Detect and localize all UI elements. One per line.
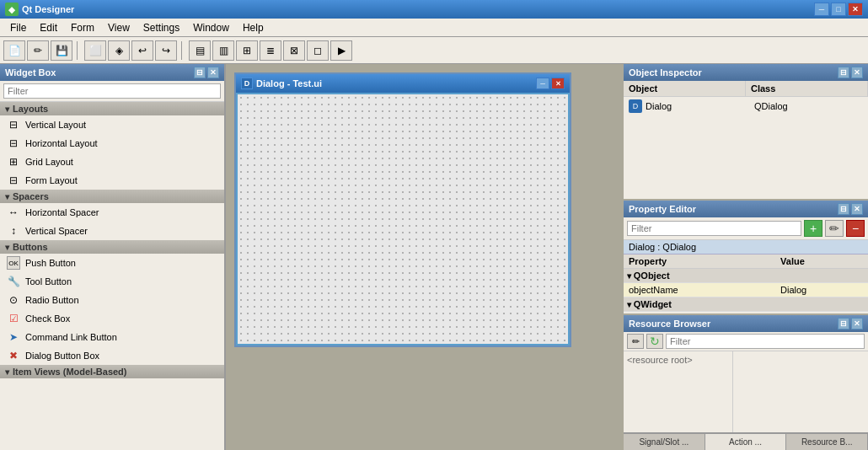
main-area: Widget Box ⊟ ✕ Layouts ⊟ Vertical Layout…	[0, 64, 868, 450]
menu-help[interactable]: Help	[236, 20, 271, 35]
property-section-qobject[interactable]: QObject	[624, 269, 868, 283]
widget-box-title: Widget Box	[5, 67, 56, 78]
menu-form[interactable]: Form	[64, 20, 101, 35]
resource-browser-float[interactable]: ⊟	[838, 318, 849, 329]
property-filter-input[interactable]	[627, 221, 801, 236]
object-inspector-title: Object Inspector	[629, 67, 702, 78]
property-table: Property Value QObject objectName Dialog…	[624, 254, 868, 312]
widget-box-float[interactable]: ⊟	[194, 67, 206, 78]
toolbar-edit[interactable]: ✏	[27, 40, 49, 61]
property-name-objectname: objectName	[624, 283, 775, 297]
tab-signal-slot[interactable]: Signal/Slot ...	[624, 434, 705, 450]
widget-form-layout[interactable]: ⊟ Form Layout	[0, 171, 224, 190]
widget-radio-button[interactable]: ⊙ Radio Button	[0, 291, 224, 309]
menu-view[interactable]: View	[101, 20, 137, 35]
property-row-objectname[interactable]: objectName Dialog	[624, 283, 868, 297]
object-inspector-controls: ⊟ ✕	[838, 67, 863, 78]
resource-filter-input[interactable]	[666, 334, 865, 349]
toolbar-layout-grid[interactable]: ⊞	[236, 40, 258, 61]
widget-box-controls: ⊟ ✕	[194, 67, 219, 78]
form-layout-icon: ⊟	[7, 174, 20, 187]
toolbar-sep-2	[181, 41, 185, 60]
resource-browser-close[interactable]: ✕	[851, 318, 863, 329]
widget-list: Layouts ⊟ Vertical Layout ⊟ Horizontal L…	[0, 102, 224, 450]
property-editor-title: Property Editor	[629, 204, 696, 214]
property-add-button[interactable]: +	[804, 220, 822, 237]
maximize-button[interactable]: □	[831, 3, 846, 16]
menu-edit[interactable]: Edit	[33, 20, 64, 35]
tab-action[interactable]: Action ...	[705, 434, 787, 450]
property-pencil-button[interactable]: ✏	[825, 220, 844, 237]
section-layouts[interactable]: Layouts	[0, 102, 224, 115]
toolbar-layout-v[interactable]: ▥	[212, 40, 234, 61]
property-editor-header: Property Editor ⊟ ✕	[624, 201, 868, 217]
dialog-canvas[interactable]	[236, 93, 570, 346]
dialog-button-box-icon: ✖	[7, 349, 20, 362]
property-editor-float[interactable]: ⊟	[838, 203, 849, 215]
resource-root-item[interactable]: <resource root>	[627, 355, 693, 365]
widget-horizontal-layout[interactable]: ⊟ Horizontal Layout	[0, 134, 224, 153]
toolbar-widget-editor[interactable]: ⬜	[84, 40, 106, 61]
col-class: Class	[746, 81, 868, 96]
close-button[interactable]: ✕	[848, 3, 863, 16]
widget-box-close[interactable]: ✕	[207, 67, 219, 78]
widget-box-filter-input[interactable]	[3, 83, 221, 99]
menu-window[interactable]: Window	[186, 20, 236, 35]
toolbar-undo[interactable]: ↩	[131, 40, 153, 61]
dialog-title-bar: D Dialog - Test.ui ─ ✕	[236, 74, 570, 93]
app-icon: ◆	[5, 3, 19, 16]
widget-grid-layout[interactable]: ⊞ Grid Layout	[0, 153, 224, 171]
toolbar-new[interactable]: 📄	[3, 40, 25, 61]
object-inspector-float[interactable]: ⊟	[838, 67, 849, 78]
menu-file[interactable]: File	[3, 20, 33, 35]
dialog-controls: ─ ✕	[536, 78, 565, 89]
dialog-object-icon: D	[629, 99, 642, 113]
property-value-objectname[interactable]: Dialog	[775, 283, 868, 297]
tab-resource-b[interactable]: Resource B...	[786, 434, 868, 450]
title-bar-controls: ─ □ ✕	[814, 3, 863, 16]
property-col-value: Value	[775, 254, 868, 269]
property-editor-close[interactable]: ✕	[851, 203, 863, 215]
property-section-qwidget[interactable]: QWidget	[624, 297, 868, 312]
widget-push-button[interactable]: OK Push Button	[0, 254, 224, 272]
resource-browser-header: Resource Browser ⊟ ✕	[624, 315, 868, 332]
widget-vertical-layout[interactable]: ⊟ Vertical Layout	[0, 115, 224, 134]
menu-settings[interactable]: Settings	[137, 20, 186, 35]
widget-check-box[interactable]: ☑ Check Box	[0, 309, 224, 328]
title-bar: ◆ Qt Designer ─ □ ✕	[0, 0, 868, 19]
widget-box: Widget Box ⊟ ✕ Layouts ⊟ Vertical Layout…	[0, 64, 226, 450]
toolbar-save[interactable]: 💾	[51, 40, 72, 61]
widget-tool-button[interactable]: 🔧 Tool Button	[0, 272, 224, 291]
toolbar-adjust[interactable]: ◻	[307, 40, 329, 61]
canvas-area: D Dialog - Test.ui ─ ✕	[226, 64, 624, 450]
object-inspector-close[interactable]: ✕	[851, 67, 863, 78]
section-spacers[interactable]: Spacers	[0, 190, 224, 203]
toolbar-signals[interactable]: ◈	[108, 40, 130, 61]
widget-horizontal-spacer[interactable]: ↔ Horizontal Spacer	[0, 203, 224, 222]
widget-command-link-button[interactable]: ➤ Command Link Button	[0, 328, 224, 346]
minimize-button[interactable]: ─	[814, 3, 829, 16]
property-section-qobject-label: QObject	[624, 269, 868, 283]
dialog-close[interactable]: ✕	[551, 78, 565, 89]
vertical-layout-icon: ⊟	[7, 118, 20, 131]
object-inspector-row-dialog[interactable]: D Dialog QDialog	[624, 97, 868, 115]
right-bottom-tabs: Signal/Slot ... Action ... Resource B...	[624, 432, 868, 450]
widget-vertical-spacer[interactable]: ↕ Vertical Spacer	[0, 222, 224, 240]
object-inspector-content: Object Class D Dialog QDialog	[624, 81, 868, 199]
command-link-button-icon: ➤	[7, 330, 20, 344]
section-buttons[interactable]: Buttons	[0, 240, 224, 254]
tool-button-icon: 🔧	[7, 275, 20, 288]
dialog-minimize[interactable]: ─	[536, 78, 549, 89]
toolbar-layout-h[interactable]: ▤	[189, 40, 211, 61]
menu-bar: File Edit Form View Settings Window Help	[0, 19, 868, 37]
resource-pencil-btn[interactable]: ✏	[627, 334, 644, 349]
widget-dialog-button-box[interactable]: ✖ Dialog Button Box	[0, 346, 224, 365]
toolbar-break-layout[interactable]: ⊠	[283, 40, 305, 61]
toolbar-preview[interactable]: ▶	[330, 40, 352, 61]
toolbar-layout-form[interactable]: ≣	[260, 40, 281, 61]
toolbar-redo[interactable]: ↪	[155, 40, 177, 61]
section-item-views[interactable]: Item Views (Model-Based)	[0, 365, 224, 378]
col-object: Object	[624, 81, 746, 96]
property-minus-button[interactable]: −	[846, 220, 865, 237]
resource-refresh-btn[interactable]: ↻	[646, 334, 663, 349]
